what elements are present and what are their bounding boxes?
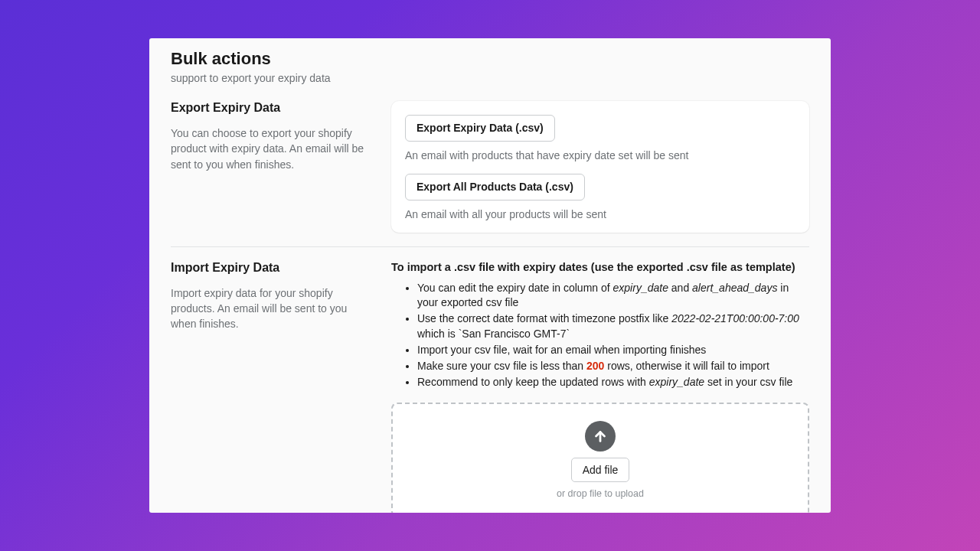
upload-arrow-icon bbox=[585, 421, 616, 452]
list-item: You can edit the expiry date in column o… bbox=[417, 281, 809, 311]
export-side: Export Expiry Data You can choose to exp… bbox=[171, 101, 370, 233]
import-section: Import Expiry Data Import expiry data fo… bbox=[171, 246, 809, 513]
import-side: Import Expiry Data Import expiry data fo… bbox=[171, 261, 370, 513]
list-item: Import your csv file, wait for an email … bbox=[417, 343, 809, 358]
import-heading: To import a .csv file with expiry dates … bbox=[391, 261, 809, 273]
page-subtitle: support to export your expiry data bbox=[171, 72, 809, 84]
export-section: Export Expiry Data You can choose to exp… bbox=[171, 101, 809, 246]
export-side-title: Export Expiry Data bbox=[171, 101, 370, 115]
import-side-desc: Import expiry data for your shopify prod… bbox=[171, 285, 370, 332]
export-all-button[interactable]: Export All Products Data (.csv) bbox=[405, 174, 585, 201]
page-title: Bulk actions bbox=[171, 49, 809, 69]
export-all-hint: An email with all your products will be … bbox=[405, 208, 795, 220]
drop-hint: or drop file to upload bbox=[557, 488, 644, 499]
import-side-title: Import Expiry Data bbox=[171, 261, 370, 275]
list-item: Make sure your csv file is less than 200… bbox=[417, 359, 809, 374]
export-side-desc: You can choose to export your shopify pr… bbox=[171, 126, 370, 172]
import-instructions: You can edit the expiry date in column o… bbox=[391, 281, 809, 390]
add-file-button[interactable]: Add file bbox=[571, 458, 630, 482]
export-expiry-button[interactable]: Export Expiry Data (.csv) bbox=[405, 115, 555, 142]
list-item: Use the correct date format with timezon… bbox=[417, 311, 809, 342]
export-card: Export Expiry Data (.csv) An email with … bbox=[391, 101, 809, 233]
file-dropzone[interactable]: Add file or drop file to upload bbox=[391, 403, 809, 513]
settings-panel: Bulk actions support to export your expi… bbox=[149, 38, 831, 513]
list-item: Recommend to only keep the updated rows … bbox=[417, 375, 809, 390]
export-expiry-hint: An email with products that have expiry … bbox=[405, 149, 795, 161]
